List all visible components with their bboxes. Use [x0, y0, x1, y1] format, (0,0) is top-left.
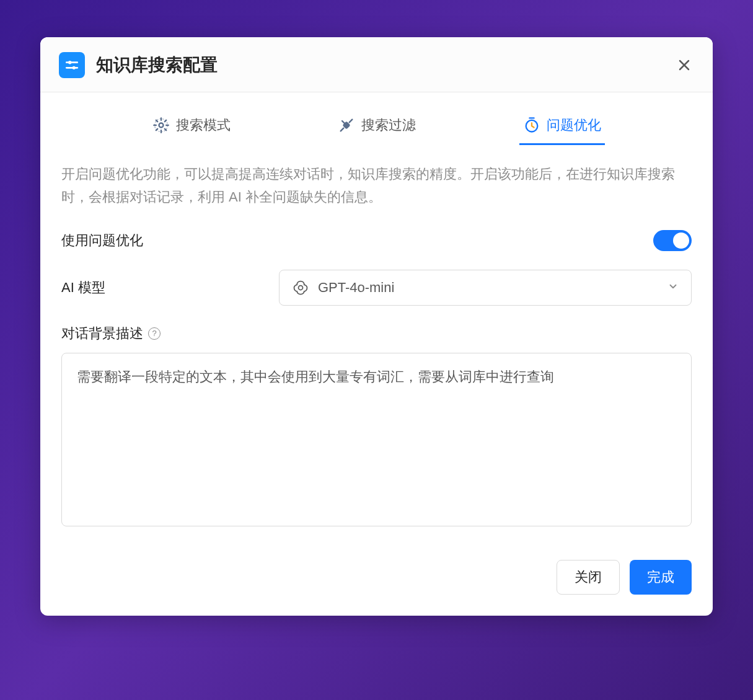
- cancel-button[interactable]: 关闭: [557, 560, 620, 595]
- context-textarea[interactable]: [61, 353, 692, 526]
- model-row: AI 模型 GPT-4o-mini: [61, 270, 692, 306]
- gear-icon: [152, 117, 170, 134]
- timer-icon: [523, 117, 540, 134]
- modal-title: 知识库搜索配置: [96, 53, 218, 77]
- tab-search-mode[interactable]: 搜索模式: [149, 110, 234, 145]
- svg-point-6: [159, 123, 163, 128]
- optimize-toggle[interactable]: [653, 230, 692, 251]
- help-icon[interactable]: ?: [148, 327, 161, 340]
- modal-footer: 关闭 完成: [61, 554, 692, 595]
- context-section: 对话背景描述 ?: [61, 324, 692, 529]
- confirm-button[interactable]: 完成: [630, 560, 692, 595]
- model-select[interactable]: GPT-4o-mini: [279, 270, 692, 306]
- toggle-label: 使用问题优化: [61, 231, 143, 250]
- modal-header: 知识库搜索配置: [40, 37, 713, 92]
- modal-body: 搜索模式 搜索过滤 问: [40, 92, 713, 616]
- svg-point-11: [298, 285, 302, 290]
- config-modal: 知识库搜索配置 搜索模式: [40, 37, 713, 616]
- model-selected-value: GPT-4o-mini: [318, 280, 394, 296]
- tab-label: 问题优化: [547, 116, 601, 135]
- svg-point-1: [68, 61, 71, 64]
- tabs-bar: 搜索模式 搜索过滤 问: [61, 110, 692, 145]
- tab-label: 搜索模式: [176, 116, 231, 135]
- chevron-down-icon: [667, 280, 679, 296]
- tab-search-filter[interactable]: 搜索过滤: [334, 110, 420, 145]
- context-label-row: 对话背景描述 ?: [61, 324, 692, 343]
- toggle-thumb: [673, 233, 689, 249]
- select-wrapper: GPT-4o-mini: [279, 270, 692, 306]
- close-button[interactable]: [674, 55, 694, 75]
- openai-icon: [292, 279, 309, 296]
- close-icon: [677, 58, 692, 73]
- select-left: GPT-4o-mini: [292, 279, 394, 296]
- tab-label: 搜索过滤: [361, 116, 416, 135]
- svg-point-3: [73, 66, 76, 69]
- model-label: AI 模型: [61, 278, 105, 297]
- context-label: 对话背景描述: [61, 324, 143, 343]
- modal-header-left: 知识库搜索配置: [59, 52, 218, 78]
- settings-sliders-icon: [59, 52, 85, 78]
- plug-icon: [338, 117, 355, 134]
- tab-question-optimize[interactable]: 问题优化: [519, 110, 605, 145]
- feature-description: 开启问题优化功能，可以提高提高连续对话时，知识库搜索的精度。开启该功能后，在进行…: [61, 162, 692, 209]
- toggle-row: 使用问题优化: [61, 230, 692, 251]
